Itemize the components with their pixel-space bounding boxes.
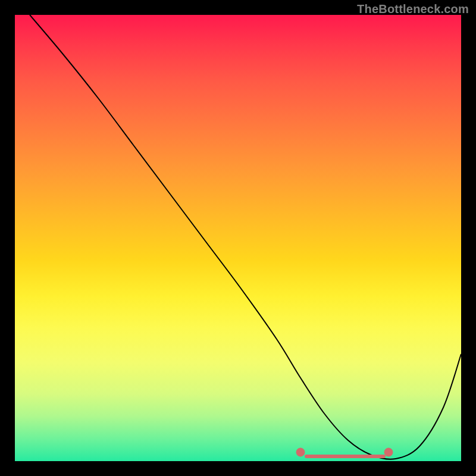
watermark-text: TheBottleneck.com — [357, 2, 469, 16]
chart-marker-dot-left — [296, 448, 305, 456]
chart-curve — [30, 15, 461, 459]
chart-svg-overlay — [15, 15, 461, 461]
chart-marker-dot-right — [384, 448, 393, 456]
